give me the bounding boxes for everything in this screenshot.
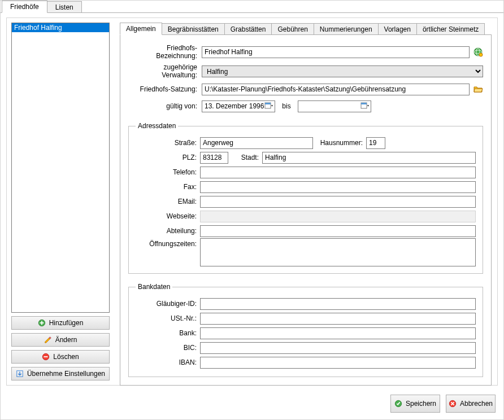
minus-icon xyxy=(42,353,50,361)
right-panel: Allgemein Begräbnisstätten Grabstätten G… xyxy=(114,18,497,385)
label-hours: Öffnungszeiten: xyxy=(136,238,197,248)
label-name: Friedhofs-Bezeichnung: xyxy=(128,44,198,60)
save-button-label: Speichern xyxy=(406,400,436,408)
cancel-button[interactable]: Abbrechen xyxy=(446,395,496,413)
calendar-dropdown-icon[interactable] xyxy=(264,102,273,111)
import-settings-button[interactable]: Übernehme Einstellungen xyxy=(11,367,110,380)
label-valid-from: gültig von: xyxy=(128,102,198,110)
edit-button-label: Ändern xyxy=(55,336,77,344)
website-field xyxy=(200,211,476,222)
label-zip: PLZ: xyxy=(136,154,197,161)
bottom-bar: Speichern Abbrechen xyxy=(390,395,496,413)
label-website: Webseite: xyxy=(136,212,197,220)
top-tab-friedhoefe[interactable]: Friedhöfe xyxy=(2,1,47,13)
delete-button[interactable]: Löschen xyxy=(11,350,110,364)
tab-nummerierungen[interactable]: Nummerierungen xyxy=(314,23,379,35)
globe-icon[interactable] xyxy=(473,47,483,57)
label-bic: BIC: xyxy=(136,344,197,352)
svg-rect-4 xyxy=(44,356,48,357)
inner-tabstrip: Allgemein Begräbnisstätten Grabstätten G… xyxy=(120,23,492,35)
zip-input[interactable] xyxy=(200,152,228,164)
bank-fieldset: Bankdaten Gläubiger-ID: USt.-Nr.: Bank: xyxy=(128,283,483,377)
plus-icon xyxy=(38,319,46,327)
label-email: EMail: xyxy=(136,198,197,205)
houseno-input[interactable] xyxy=(366,137,385,149)
valid-to-date[interactable] xyxy=(298,100,371,112)
label-department: Abteilung: xyxy=(136,227,197,235)
edit-button[interactable]: Ändern xyxy=(11,333,110,347)
tab-gebuehren[interactable]: Gebühren xyxy=(271,23,314,35)
list-item[interactable]: Friedhof Halfing xyxy=(12,23,109,32)
creditor-input[interactable] xyxy=(200,298,476,310)
label-valid-to: bis xyxy=(279,102,294,110)
valid-from-value: 13. Dezember 1996 xyxy=(205,102,264,110)
valid-from-date[interactable]: 13. Dezember 1996 xyxy=(202,100,275,112)
fax-input[interactable] xyxy=(200,181,476,193)
settings-import-icon xyxy=(16,370,24,378)
content-panel: Friedhof Halfing Hinzufügen Ändern Lösch… xyxy=(6,18,498,386)
bic-input[interactable] xyxy=(200,342,476,354)
department-input[interactable] xyxy=(200,225,476,237)
address-legend: Adressdaten xyxy=(136,122,178,130)
inner-tab-border xyxy=(120,34,492,35)
city-input[interactable] xyxy=(262,152,476,164)
tab-vorlagen[interactable]: Vorlagen xyxy=(378,23,417,35)
name-input[interactable] xyxy=(202,46,470,58)
check-icon xyxy=(394,400,402,408)
add-button-label: Hinzufügen xyxy=(49,319,84,327)
label-phone: Telefon: xyxy=(136,168,197,176)
cancel-button-label: Abbrechen xyxy=(460,400,493,408)
bank-legend: Bankdaten xyxy=(136,283,172,291)
admin-select[interactable]: Halfing xyxy=(202,65,483,77)
phone-input[interactable] xyxy=(200,167,476,178)
svg-rect-2 xyxy=(40,322,44,323)
vat-input[interactable] xyxy=(200,313,476,325)
cemetery-listbox[interactable]: Friedhof Halfing xyxy=(11,23,110,313)
calendar-dropdown-icon[interactable] xyxy=(360,102,370,111)
pencil-icon xyxy=(44,336,52,344)
label-statute: Friedhofs-Satzung: xyxy=(128,85,198,93)
tab-steinmetz[interactable]: örtlicher Steinmetz xyxy=(416,23,485,35)
add-button[interactable]: Hinzufügen xyxy=(11,316,110,330)
label-street: Straße: xyxy=(136,139,197,147)
address-fieldset: Adressdaten Straße: Hausnummer: PLZ: Sta… xyxy=(128,122,483,274)
label-admin: zugehörige Verwaltung: xyxy=(128,63,198,79)
street-input[interactable] xyxy=(200,137,313,149)
top-tab-border xyxy=(1,12,503,13)
label-bank: Bank: xyxy=(136,329,197,337)
bank-input[interactable] xyxy=(200,327,476,339)
label-iban: IBAN: xyxy=(136,358,197,366)
top-tabstrip: Friedhöfe Listen xyxy=(1,1,503,13)
tab-allgemein[interactable]: Allgemein xyxy=(120,23,162,35)
top-tab-listen[interactable]: Listen xyxy=(47,1,82,13)
tab-begraebnisstaetten[interactable]: Begräbnisstätten xyxy=(162,23,225,35)
hours-textarea[interactable] xyxy=(200,238,476,266)
cross-icon xyxy=(449,400,457,408)
left-panel: Friedhof Halfing Hinzufügen Ändern Lösch… xyxy=(7,18,114,385)
label-city: Stadt: xyxy=(232,154,259,161)
delete-button-label: Löschen xyxy=(53,353,79,361)
iban-input[interactable] xyxy=(200,357,476,369)
label-vat: USt.-Nr.: xyxy=(136,314,197,322)
form-area: Friedhofs-Bezeichnung: zugehörige Verwal… xyxy=(120,35,492,386)
statute-input[interactable] xyxy=(202,84,470,95)
save-button[interactable]: Speichern xyxy=(390,395,440,413)
import-settings-label: Übernehme Einstellungen xyxy=(27,370,105,378)
label-creditor: Gläubiger-ID: xyxy=(136,300,197,308)
email-input[interactable] xyxy=(200,196,476,208)
svg-rect-11 xyxy=(265,103,271,104)
app-window: Friedhöfe Listen Friedhof Halfing Hinzuf… xyxy=(0,0,504,420)
svg-point-9 xyxy=(479,53,483,56)
svg-rect-13 xyxy=(361,103,367,104)
label-houseno: Hausnummer: xyxy=(316,139,363,147)
folder-open-icon[interactable] xyxy=(473,84,483,94)
tab-grabstaetten[interactable]: Grabstätten xyxy=(224,23,272,35)
label-fax: Fax: xyxy=(136,183,197,191)
